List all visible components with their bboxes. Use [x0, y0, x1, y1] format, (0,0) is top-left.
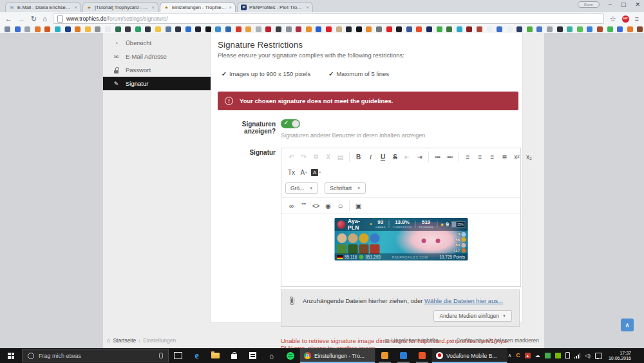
- page-template-icon[interactable]: ▣: [352, 200, 365, 211]
- redo-icon[interactable]: ↷: [298, 151, 310, 162]
- tab-close-icon[interactable]: ×: [74, 5, 77, 10]
- chart-tray-icon[interactable]: ▲: [525, 353, 531, 358]
- bookmark-favicon[interactable]: [95, 26, 100, 32]
- bookmark-favicon[interactable]: [487, 26, 493, 32]
- bookmark-favicon[interactable]: [75, 26, 80, 32]
- bookmark-favicon[interactable]: [376, 26, 382, 32]
- bookmark-favicon[interactable]: [326, 26, 332, 32]
- home-icon[interactable]: ⌂: [43, 15, 47, 23]
- align-left-icon[interactable]: ≡: [462, 151, 474, 162]
- bookmark-favicon[interactable]: [527, 26, 533, 32]
- show-signatures-toggle[interactable]: ✓: [281, 119, 300, 128]
- bookmark-favicon[interactable]: [466, 26, 472, 32]
- bookmark-favicon[interactable]: [265, 26, 271, 32]
- attachment-dropzone[interactable]: Anzuhängende Dateien hierher ziehen, ode…: [281, 289, 520, 327]
- store-button[interactable]: Store: [578, 1, 600, 8]
- bookmark-favicon[interactable]: [577, 26, 583, 32]
- superscript-icon[interactable]: x²: [511, 151, 523, 162]
- bookmark-favicon[interactable]: [416, 26, 422, 32]
- editor-content[interactable]: Aya-PLN ✦ 93GAMES13.8%COMPLETION519TROPH…: [281, 213, 520, 286]
- bookmark-favicon[interactable]: [507, 26, 513, 32]
- back-icon[interactable]: ←: [5, 15, 12, 23]
- remove-format-icon[interactable]: Tx: [285, 166, 298, 178]
- bookmark-favicon[interactable]: [547, 26, 553, 32]
- orange-app-button[interactable]: [375, 348, 394, 363]
- indent-icon[interactable]: ⇥: [413, 151, 426, 162]
- bookmark-favicon[interactable]: [597, 26, 603, 32]
- bookmark-favicon[interactable]: [155, 26, 161, 32]
- reload-icon[interactable]: ↻: [31, 15, 37, 23]
- forward-icon[interactable]: →: [18, 15, 25, 23]
- cortana-search[interactable]: Frag mich etwas: [22, 349, 169, 362]
- unread-content-link[interactable]: ▥Ungelesene Inhalte: [384, 337, 439, 344]
- bookmark-favicon[interactable]: [245, 26, 251, 32]
- bookmark-favicon[interactable]: [256, 26, 261, 32]
- device-tray-icon[interactable]: [565, 352, 570, 359]
- bookmark-favicon[interactable]: [637, 26, 643, 32]
- text-color-icon[interactable]: A▾: [298, 166, 310, 178]
- bookmark-favicon[interactable]: [627, 26, 633, 32]
- bookmark-favicon[interactable]: [587, 26, 592, 32]
- bookmark-favicon[interactable]: [105, 26, 111, 32]
- lbk-film-button[interactable]: [243, 348, 262, 363]
- bookmark-favicon[interactable]: [356, 26, 362, 32]
- bookmark-favicon[interactable]: [437, 26, 442, 32]
- bookmark-favicon[interactable]: [276, 26, 281, 32]
- font-size-dropdown[interactable]: Grö...▼: [285, 182, 318, 194]
- bookmark-favicon[interactable]: [446, 26, 452, 32]
- bookmark-favicon[interactable]: [306, 26, 312, 32]
- ccleaner-tray-icon[interactable]: C: [516, 353, 520, 358]
- strikethrough-icon[interactable]: S: [389, 151, 401, 162]
- bookmark-favicon[interactable]: [175, 26, 181, 32]
- browser-tab[interactable]: ✉E-Mail - Diana Erichsen - …×: [5, 2, 81, 12]
- mark-read-link[interactable]: ✓Community als gelesen markieren: [450, 337, 539, 344]
- bookmark-favicon[interactable]: [215, 26, 221, 32]
- scroll-to-top-button[interactable]: ∧: [621, 319, 634, 331]
- preview-icon[interactable]: ◉: [322, 200, 334, 211]
- sidebar-item-e-mail-adresse[interactable]: E-Mail Adresse: [103, 50, 211, 63]
- bookmark-favicon[interactable]: [135, 26, 141, 32]
- bookmark-favicon[interactable]: [617, 26, 623, 32]
- photos-app-button[interactable]: [413, 348, 431, 363]
- address-bar[interactable]: www.trophies.de/forum/settings/signature…: [53, 14, 604, 24]
- menu-icon[interactable]: ≡: [635, 15, 639, 23]
- bookmark-star-icon[interactable]: ☆: [610, 15, 616, 23]
- sidebar-item-signatur[interactable]: Signatur: [103, 77, 211, 90]
- chrome-task-button[interactable]: Einstellungen - Tro...: [299, 348, 375, 363]
- bookmark-favicon[interactable]: [516, 26, 522, 32]
- vodafone-task-button[interactable]: Vodafone Mobile B...: [431, 348, 507, 363]
- minimize-button[interactable]: –: [609, 1, 612, 8]
- onedrive-cloud-icon[interactable]: ☁: [535, 353, 540, 358]
- network-icon[interactable]: [574, 353, 580, 358]
- justify-icon[interactable]: ≣: [498, 151, 511, 162]
- bookmark-favicon[interactable]: [286, 26, 292, 32]
- quote-icon[interactable]: ””: [298, 200, 310, 211]
- bookmark-favicon[interactable]: [115, 26, 121, 32]
- browser-tab[interactable]: ★[Tutorial] Trophycard - Tu…×: [82, 2, 158, 12]
- bookmark-favicon[interactable]: [336, 26, 342, 32]
- sidebar-item--bersicht[interactable]: Übersicht: [103, 36, 211, 50]
- bookmark-favicon[interactable]: [396, 26, 402, 32]
- maximize-button[interactable]: ▢: [621, 1, 627, 8]
- bookmark-favicon[interactable]: [536, 26, 542, 32]
- bookmark-favicon[interactable]: [65, 26, 71, 32]
- action-center-icon[interactable]: [595, 353, 602, 359]
- bookmark-favicon[interactable]: [366, 26, 372, 32]
- bookmark-favicon[interactable]: [15, 26, 21, 32]
- italic-icon[interactable]: I: [365, 151, 377, 162]
- bookmark-favicon[interactable]: [145, 26, 151, 32]
- media-player-button[interactable]: [394, 348, 413, 363]
- bookmark-favicon[interactable]: [205, 26, 211, 32]
- bookmark-favicon[interactable]: [477, 26, 482, 32]
- browser-tab[interactable]: ★Einstellungen - Trophies.d…×: [160, 2, 236, 12]
- bookmark-favicon[interactable]: [125, 26, 131, 32]
- spotify-button[interactable]: [281, 348, 299, 363]
- home-app-button[interactable]: ⌂: [262, 348, 281, 363]
- start-button[interactable]: [0, 348, 22, 363]
- edge-button[interactable]: e: [187, 348, 206, 363]
- nvidia-tray-icon[interactable]: [555, 353, 561, 358]
- link-icon[interactable]: ∞: [285, 200, 298, 211]
- bookmark-favicon[interactable]: [607, 26, 613, 32]
- bookmark-favicon[interactable]: [24, 26, 30, 32]
- bookmark-favicon[interactable]: [386, 26, 392, 32]
